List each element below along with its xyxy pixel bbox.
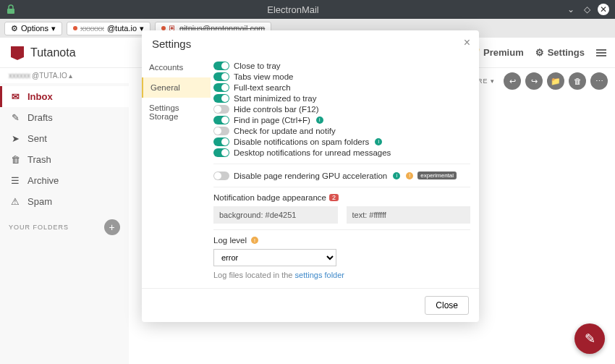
folder-label: Trash [27,154,51,165]
gear-icon: ⚙ [11,24,18,33]
settings-nav: AccountsGeneralSettings Storage [142,57,211,288]
toggle-row: Check for update and notify [213,125,470,136]
folder-icon: ☰ [10,175,20,186]
window-min-icon[interactable]: ⌄ [566,4,576,14]
settings-pane: Close to trayTabs view modeFull-text sea… [211,57,479,288]
window-max-icon[interactable]: ◇ [582,4,592,14]
forward-button[interactable]: ↪ [525,72,543,90]
folder-inbox[interactable]: ✉Inbox [0,86,129,107]
account-user-blur: xxxxxx [9,72,30,80]
warn-icon[interactable]: ! [251,237,258,244]
window-title: ElectronMail [20,4,566,15]
toggle-label: Tabs view mode [234,72,293,81]
account-domain: @TUTA.IO [32,72,67,80]
folder-icon: 🗑 [10,154,20,165]
your-folders-row: YOUR FOLDERS + [0,212,129,242]
account-selector[interactable]: xxxxxx @TUTA.IO ▴ [0,68,129,83]
notif-badge-label: Notification badge appearance 2 [213,193,470,202]
folder-trash[interactable]: 🗑Trash [0,149,129,170]
folder-list: ✉Inbox✎Drafts➤Sent🗑Trash☰Archive⚠Spam [0,83,129,212]
toggle-row: Hide controls bar (F12) [213,103,470,114]
folder-label: Sent [27,133,47,144]
warn-icon[interactable]: ! [406,172,413,179]
info-icon[interactable]: i [375,138,382,145]
window-close-icon[interactable]: ✕ [598,4,609,15]
toggle-label: Full-text search [234,83,291,92]
window-titlebar: ElectronMail ⌄ ◇ ✕ [0,0,615,19]
hamburger-menu-icon[interactable] [596,49,606,56]
folder-label: Inbox [27,91,53,102]
toggle-label: Start minimized to tray [234,94,316,103]
settings-nav-general[interactable]: General [142,77,211,98]
brand-name: Tutanota [30,46,76,59]
experimental-badge: experimental [417,172,457,179]
toggle-row: Full-text search [213,82,470,93]
notif-badge-preview: 2 [329,194,339,201]
folder-archive[interactable]: ☰Archive [0,170,129,191]
pencil-icon: ✎ [585,331,595,347]
chevron-down-icon: ▾ [51,24,56,33]
reply-button[interactable]: ↩ [504,72,521,90]
sidebar: Tutanota xxxxxx @TUTA.IO ▴ ✉Inbox✎Drafts… [0,38,129,364]
gear-icon: ⚙ [535,47,544,58]
tab-user-blur: xxxxxx [80,24,104,33]
settings-link[interactable]: ⚙ Settings [535,47,585,58]
log-level-label: Log level ! [213,236,470,245]
options-label: Options [21,24,48,33]
folder-label: Drafts [27,112,53,123]
folder-icon: ⚠ [10,196,20,207]
info-icon[interactable]: i [316,117,323,124]
toggle-label: Check for update and notify [234,127,336,135]
info-icon[interactable]: i [393,172,400,179]
toggle-switch[interactable] [213,137,229,146]
toggle-switch[interactable] [213,83,229,92]
toggle-switch[interactable] [213,105,229,114]
your-folders-label: YOUR FOLDERS [9,224,69,231]
options-button[interactable]: ⚙ Options ▾ [4,22,62,35]
toggle-label: Hide controls bar (F12) [234,105,319,114]
toggle-row: Close to tray [213,60,470,71]
folder-button[interactable]: 📁 [547,72,564,90]
toggle-row: Start minimized to tray [213,93,470,103]
folder-icon: ➤ [10,133,20,144]
settings-nav-accounts[interactable]: Accounts [142,57,211,77]
toggle-label: Disable notifications on spam folders [234,137,369,146]
badge-bg-input[interactable] [213,206,338,224]
gpu-toggle-row: Disable page rendering GPU acceleration … [213,170,470,181]
folder-spam[interactable]: ⚠Spam [0,191,129,212]
toggle-row: Find in page (Ctrl+F)i [213,114,470,125]
folder-drafts[interactable]: ✎Drafts [0,107,129,128]
account-tab-1[interactable]: xxxxxx@tuta.io ▾ [67,22,150,35]
compose-fab[interactable]: ✎ [574,323,605,354]
modal-title: Settings [152,38,191,50]
modal-header: Settings × [142,30,479,57]
toggle-label: Find in page (Ctrl+F) [234,116,310,124]
toggle-switch[interactable] [213,127,229,135]
chevron-up-icon: ▴ [69,72,72,80]
toggle-switch[interactable] [213,94,229,103]
close-button[interactable]: Close [425,296,469,315]
window-controls: ⌄ ◇ ✕ [566,4,609,15]
modal-footer: Close [142,288,479,322]
more-button[interactable]: ⋯ [590,72,608,90]
log-level-select[interactable]: error [213,249,336,266]
toggle-row: Disable notifications on spam foldersi [213,136,470,147]
toggle-label: Close to tray [234,62,281,70]
folder-icon: ✉ [10,91,20,102]
settings-folder-link[interactable]: settings folder [295,271,344,279]
gpu-toggle[interactable] [213,172,229,180]
toggle-switch[interactable] [213,62,229,70]
tab-1-label: @tuta.io [107,24,137,33]
badge-text-input[interactable] [347,206,471,224]
svg-rect-0 [7,9,14,14]
folder-sent[interactable]: ➤Sent [0,128,129,149]
modal-close-button[interactable]: × [464,36,470,49]
toggle-switch[interactable] [213,72,229,81]
toggle-label: Desktop notifications for unread message… [234,148,391,157]
gpu-toggle-label: Disable page rendering GPU acceleration [234,172,387,180]
delete-button[interactable]: 🗑 [569,72,586,90]
toggle-switch[interactable] [213,148,229,157]
settings-nav-settings-storage[interactable]: Settings Storage [142,98,211,127]
add-folder-button[interactable]: + [104,219,120,235]
toggle-switch[interactable] [213,116,229,124]
